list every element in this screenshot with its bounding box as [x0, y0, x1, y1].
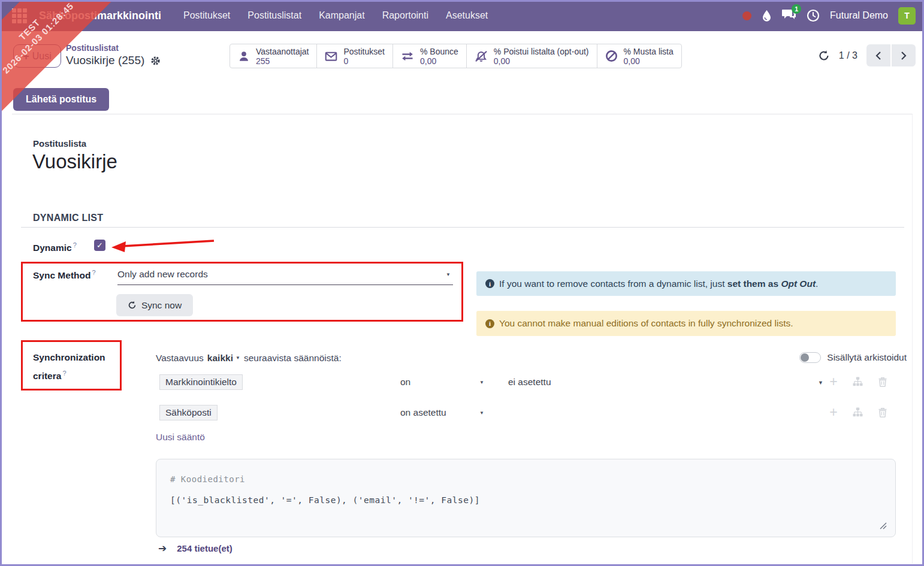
include-archived-toggle[interactable] [799, 352, 821, 363]
sync-method-select[interactable]: Only add new records ▼ [117, 269, 453, 285]
breadcrumb: Postituslistat Vuosikirje (255) [66, 43, 161, 67]
refresh-icon[interactable] [818, 50, 830, 62]
section-title: DYNAMIC LIST [33, 213, 103, 223]
add-branch-icon[interactable] [851, 405, 864, 419]
control-panel: + Uusi Postituslistat Vuosikirje (255) V… [0, 31, 924, 81]
page-title[interactable]: Vuosikirje [32, 150, 117, 173]
code-comment: # Koodieditori [170, 474, 245, 484]
nav-item-asetukset[interactable]: Asetukset [446, 10, 488, 21]
stat-button-recipients[interactable]: Vastaanottajat 255 [230, 44, 317, 68]
add-branch-icon[interactable] [851, 375, 864, 388]
pager: 1 / 3 [818, 44, 916, 66]
new-button[interactable]: + Uusi [13, 44, 61, 68]
breadcrumb-current: Vuosikirje (255) [66, 54, 144, 67]
help-icon[interactable]: ? [92, 269, 95, 276]
stat-label: % Bounce [420, 47, 458, 56]
arrow-right-icon: ➔ [158, 542, 167, 555]
stat-button-bounce[interactable]: % Bounce 0,00 [393, 44, 467, 68]
list-label: Postituslista [33, 138, 86, 149]
match-suffix: seuraavista säännöistä: [244, 353, 342, 364]
warning-alert: i You cannot make manual editions of con… [476, 311, 896, 336]
stat-label: Postitukset [343, 47, 384, 56]
stat-buttons: Vastaanottajat 255 Postitukset 0 % Bounc… [230, 44, 682, 68]
toggle-knob [801, 353, 809, 362]
message-count-badge: 1 [792, 4, 801, 14]
add-rule-icon[interactable]: + [827, 405, 840, 419]
resize-handle-icon[interactable] [880, 522, 887, 529]
include-archived-row: Sisällytä arkistoidut [799, 352, 907, 363]
warning-alert-text: You cannot make manual editions of conta… [499, 318, 793, 329]
caret-down-icon: ▼ [235, 356, 240, 361]
dynamic-checkbox[interactable]: ✓ [94, 240, 105, 251]
dynamic-label: Dynamic? [33, 241, 77, 253]
nav-item-postitukset[interactable]: Postitukset [183, 10, 230, 21]
pager-previous-button[interactable] [866, 44, 890, 66]
delete-rule-icon[interactable] [876, 405, 889, 419]
sync-now-button[interactable]: Sync now [116, 294, 193, 316]
match-mode-select[interactable]: kaikki▼ [207, 353, 240, 364]
pager-next-button[interactable] [892, 44, 916, 66]
breadcrumb-parent[interactable]: Postituslistat [66, 43, 161, 53]
messages-icon[interactable]: 1 [782, 8, 796, 23]
rule-value[interactable]: ei asetettu [508, 377, 551, 388]
stat-label: % Poistui listalta (opt-out) [494, 47, 589, 56]
caret-down-icon: ▼ [479, 411, 484, 416]
apps-menu-icon[interactable] [12, 8, 27, 23]
stat-value: 0,00 [624, 56, 674, 66]
caret-down-icon: ▼ [446, 273, 451, 277]
rule-operator-select[interactable]: on asetettu [400, 407, 446, 418]
avatar[interactable]: T [898, 7, 916, 25]
stat-button-blacklist[interactable]: % Musta lista 0,00 [597, 44, 681, 68]
recording-indicator-icon [742, 11, 751, 20]
record-count-row: ➔ 254 tietue(et) [158, 542, 232, 555]
sync-method-label: Sync Method? [33, 269, 96, 281]
domain-rule-row: Markkinointikielto on ▼ ei asetettu ▼ + [12, 374, 912, 392]
record-count-link[interactable]: 254 tietue(et) [177, 543, 232, 553]
chevron-left-icon [875, 51, 882, 60]
pager-count: 1 / 3 [839, 50, 857, 61]
match-rule-row: Vastaavuus kaikki▼ seuraavista säännöist… [156, 353, 342, 364]
info-alert: i If you want to remove contacts from a … [476, 271, 896, 296]
stat-value: 0,00 [420, 56, 458, 66]
user-menu[interactable]: Futural Demo [830, 10, 888, 21]
app-window: Sähköpostimarkkinointi Postitukset Posti… [0, 0, 924, 566]
nav-item-raportointi[interactable]: Raportointi [382, 10, 428, 21]
match-prefix: Vastaavuus [156, 353, 204, 364]
stat-label: Vastaanottajat [256, 47, 309, 56]
new-button-label: Uusi [32, 51, 52, 62]
activities-clock-icon[interactable] [807, 9, 820, 22]
nav-item-kampanjat[interactable]: Kampanjat [319, 10, 365, 21]
navbar-systray: 1 Futural Demo T [742, 0, 916, 31]
info-icon: i [485, 279, 494, 288]
main-menu: Postitukset Postituslistat Kampanjat Rap… [183, 10, 488, 21]
info-alert-text: If you want to remove contacts from a dy… [499, 279, 818, 289]
user-icon [238, 50, 250, 62]
ban-icon [605, 50, 618, 62]
nav-item-postituslistat[interactable]: Postituslistat [247, 10, 301, 21]
domain-code-editor[interactable]: # Koodieditori [('is_blacklisted', '=', … [156, 459, 896, 537]
help-icon[interactable]: ? [73, 241, 77, 249]
stat-button-mailings[interactable]: Postitukset 0 [317, 44, 392, 68]
delete-rule-icon[interactable] [876, 375, 889, 388]
stat-value: 0 [343, 56, 384, 66]
add-rule-icon[interactable]: + [827, 375, 840, 388]
bell-slash-icon [475, 50, 488, 62]
send-mailing-button[interactable]: Lähetä postitus [13, 88, 109, 111]
code-line: [('is_blacklisted', '=', False), ('email… [170, 495, 480, 505]
gear-icon[interactable] [150, 56, 161, 66]
rule-field-tag[interactable]: Markkinointikielto [159, 374, 243, 390]
plus-icon: + [23, 51, 29, 62]
droplet-icon[interactable] [762, 10, 772, 22]
include-archived-label: Sisällytä arkistoidut [827, 352, 907, 363]
app-name[interactable]: Sähköpostimarkkinointi [39, 10, 161, 22]
rule-operator-select[interactable]: on [400, 377, 410, 388]
rule-field-tag[interactable]: Sähköposti [159, 405, 218, 420]
stat-value: 255 [256, 56, 309, 66]
refresh-icon [128, 301, 137, 310]
new-rule-link[interactable]: Uusi sääntö [156, 432, 205, 443]
stat-button-opt-out[interactable]: % Poistui listalta (opt-out) 0,00 [467, 44, 597, 68]
caret-down-icon: ▼ [479, 380, 484, 385]
exchange-arrows-icon [401, 51, 414, 62]
top-navbar: Sähköpostimarkkinointi Postitukset Posti… [0, 0, 924, 31]
domain-rule-row: Sähköposti on asetettu ▼ + [12, 405, 912, 423]
